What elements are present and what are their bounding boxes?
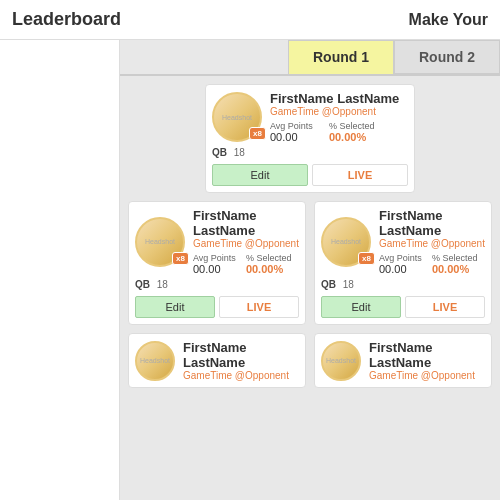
featured-player-info: FirstName LastName GameTime @Opponent Av…	[270, 91, 408, 143]
player-card-0: Headshot x8 FirstName LastName GameTime …	[128, 201, 306, 325]
featured-player-name: FirstName LastName	[270, 91, 408, 106]
card-0-player-name: FirstName LastName	[193, 208, 299, 238]
tab-round2[interactable]: Round 2	[394, 40, 500, 74]
featured-card-top: Headshot x8 FirstName LastName GameTime …	[212, 91, 408, 143]
card-0-live-button[interactable]: LIVE	[219, 296, 299, 318]
bottom-card-1-top: Headshot FirstName LastName GameTime @Op…	[321, 340, 485, 381]
card-0-top: Headshot x8 FirstName LastName GameTime …	[135, 208, 299, 275]
card-1-game-time: GameTime @Opponent	[379, 238, 485, 249]
card-1-buttons: Edit LIVE	[321, 296, 485, 318]
bottom-card-0: Headshot FirstName LastName GameTime @Op…	[128, 333, 306, 388]
featured-multiplier-badge: x8	[249, 127, 266, 140]
card-0-headshot-label: Headshot	[145, 238, 175, 245]
card-1-edit-button[interactable]: Edit	[321, 296, 401, 318]
bottom-card-0-avatar-wrapper: Headshot	[135, 341, 175, 381]
card-1-top: Headshot x8 FirstName LastName GameTime …	[321, 208, 485, 275]
bottom-card-1-player-name: FirstName LastName	[369, 340, 485, 370]
bottom-card-1-player-info: FirstName LastName GameTime @Opponent	[369, 340, 485, 381]
card-1-badge: x8	[358, 252, 375, 265]
card-1-pct-selected: % Selected 00.00%	[432, 253, 478, 275]
bottom-card-1-avatar-wrapper: Headshot	[321, 341, 361, 381]
bottom-card-0-player-name: FirstName LastName	[183, 340, 299, 370]
bottom-card-1-headshot-label: Headshot	[326, 357, 356, 364]
bottom-card-0-game-time: GameTime @Opponent	[183, 370, 299, 381]
bottom-card-0-player-info: FirstName LastName GameTime @Opponent	[183, 340, 299, 381]
card-0-game-time: GameTime @Opponent	[193, 238, 299, 249]
card-0-avg-points: Avg Points 00.00	[193, 253, 236, 275]
card-0-edit-button[interactable]: Edit	[135, 296, 215, 318]
featured-card: Headshot x8 FirstName LastName GameTime …	[205, 84, 415, 193]
featured-position-row: QB 18	[212, 147, 408, 158]
card-0-pct-selected: % Selected 00.00%	[246, 253, 292, 275]
card-1-live-button[interactable]: LIVE	[405, 296, 485, 318]
card-1-headshot-label: Headshot	[331, 238, 361, 245]
featured-card-buttons: Edit LIVE	[212, 164, 408, 186]
bottom-cards-row: Headshot FirstName LastName GameTime @Op…	[128, 333, 492, 388]
bottom-card-1-avatar: Headshot	[321, 341, 361, 381]
card-0-badge: x8	[172, 252, 189, 265]
main-layout: Round 1 Round 2 Headshot x8 Fi	[0, 40, 500, 500]
card-1-avg-points: Avg Points 00.00	[379, 253, 422, 275]
bottom-card-0-headshot-label: Headshot	[140, 357, 170, 364]
featured-card-row: Headshot x8 FirstName LastName GameTime …	[128, 84, 492, 193]
leaderboard-title: Leaderboard	[12, 9, 121, 30]
right-panel: Round 1 Round 2 Headshot x8 Fi	[120, 40, 500, 500]
featured-avg-points: Avg Points 00.00	[270, 121, 313, 143]
featured-live-button[interactable]: LIVE	[312, 164, 408, 186]
bottom-card-1-game-time: GameTime @Opponent	[369, 370, 485, 381]
card-1-player-info: FirstName LastName GameTime @Opponent Av…	[379, 208, 485, 275]
header: Leaderboard Make Your	[0, 0, 500, 40]
card-1-position-row: QB 18	[321, 279, 485, 290]
card-0-buttons: Edit LIVE	[135, 296, 299, 318]
featured-headshot-label: Headshot	[222, 114, 252, 121]
tab-round1[interactable]: Round 1	[288, 40, 394, 74]
tabs-container: Round 1 Round 2	[120, 40, 500, 76]
featured-edit-button[interactable]: Edit	[212, 164, 308, 186]
card-0-player-info: FirstName LastName GameTime @Opponent Av…	[193, 208, 299, 275]
leaderboard-panel	[0, 40, 120, 500]
featured-avatar-wrapper: Headshot x8	[212, 92, 262, 142]
featured-game-time: GameTime @Opponent	[270, 106, 408, 117]
card-1-avatar-wrapper: Headshot x8	[321, 217, 371, 267]
featured-pct-selected: % Selected 00.00%	[329, 121, 375, 143]
bottom-card-1: Headshot FirstName LastName GameTime @Op…	[314, 333, 492, 388]
content-area: Headshot x8 FirstName LastName GameTime …	[120, 76, 500, 500]
bottom-card-0-top: Headshot FirstName LastName GameTime @Op…	[135, 340, 299, 381]
cards-grid: Headshot x8 FirstName LastName GameTime …	[128, 201, 492, 325]
card-0-avatar-wrapper: Headshot x8	[135, 217, 185, 267]
card-1-player-name: FirstName LastName	[379, 208, 485, 238]
bottom-card-0-avatar: Headshot	[135, 341, 175, 381]
make-your-label: Make Your	[409, 11, 488, 29]
card-0-position-row: QB 18	[135, 279, 299, 290]
player-card-1: Headshot x8 FirstName LastName GameTime …	[314, 201, 492, 325]
